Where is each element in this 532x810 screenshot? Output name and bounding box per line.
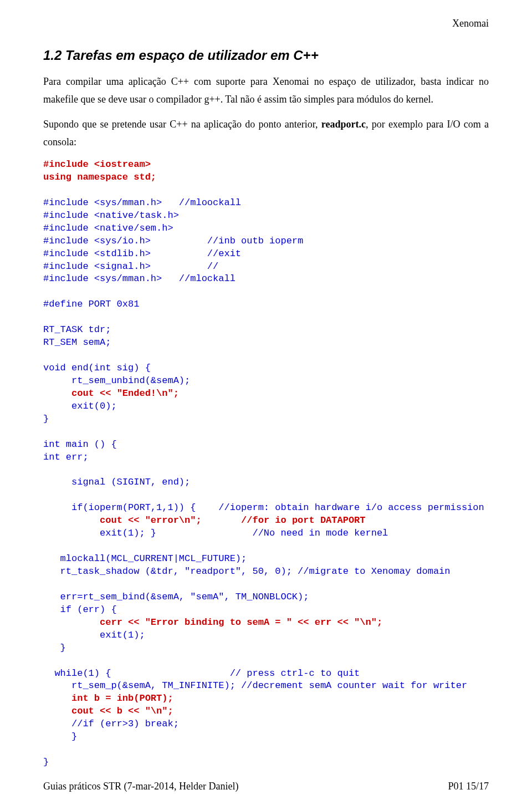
code-line: exit(0); bbox=[43, 401, 117, 411]
code-line: #include <native/task.h> bbox=[43, 210, 179, 221]
code-line: int err; bbox=[43, 452, 89, 462]
footer-left: Guias práticos STR (7-mar-2014, Helder D… bbox=[43, 781, 239, 792]
code-line: RT_TASK tdr; bbox=[43, 324, 111, 335]
code-line: } bbox=[43, 414, 49, 424]
code-line: } bbox=[43, 757, 49, 767]
code-line: cout << "error\n"; //for io port DATAPOR… bbox=[43, 515, 366, 526]
code-line: #include <sys/mman.h> //mloockall bbox=[43, 197, 241, 208]
code-line: exit(1); bbox=[43, 630, 145, 640]
running-header: Xenomai bbox=[452, 18, 489, 29]
code-line: err=rt_sem_bind(&semA, "semA", TM_NONBLO… bbox=[43, 592, 309, 602]
code-block: #include <iostream> using namespace std;… bbox=[43, 159, 489, 769]
para2-part1: Supondo que se pretende usar C++ na apli… bbox=[43, 119, 321, 130]
code-line: #include <signal.h> // bbox=[43, 261, 218, 272]
code-line: #include <iostream> bbox=[43, 159, 151, 170]
code-line: while(1) { // press ctrl-c to quit bbox=[43, 668, 360, 679]
code-line: } bbox=[43, 731, 77, 742]
para2-filename: readport.c bbox=[321, 119, 366, 130]
paragraph-1: Para compilar uma aplicação C++ com supo… bbox=[43, 73, 489, 108]
code-line: exit(1); } //No need in mode kernel bbox=[43, 528, 388, 538]
code-line: rt_task_shadow (&tdr, "readport", 50, 0)… bbox=[43, 566, 451, 577]
code-line: #include <sys/mman.h> //mlockall bbox=[43, 273, 236, 284]
code-line: rt_sem_unbind(&semA); bbox=[43, 375, 190, 386]
code-line: mlockall(MCL_CURRENT|MCL_FUTURE); bbox=[43, 553, 247, 564]
code-line: #include <native/sem.h> bbox=[43, 223, 173, 233]
code-line: if(ioperm(PORT,1,1)) { //ioperm: obtain … bbox=[43, 502, 484, 513]
page-footer: Guias práticos STR (7-mar-2014, Helder D… bbox=[43, 781, 489, 792]
code-line: if (err) { bbox=[43, 604, 117, 615]
code-line: cout << b << "\n"; bbox=[43, 706, 173, 716]
code-line: int main () { bbox=[43, 439, 117, 450]
code-line: using namespace std; bbox=[43, 172, 156, 182]
page: Xenomai 1.2 Tarefas em espaço de utiliza… bbox=[0, 0, 532, 810]
code-line: #include <stdlib.h> //exit bbox=[43, 248, 241, 259]
code-line: cout << "Ended!\n"; bbox=[43, 388, 179, 399]
section-heading: 1.2 Tarefas em espaço de utilizador em C… bbox=[43, 48, 489, 63]
code-line: } bbox=[43, 643, 66, 653]
code-line: #include <sys/io.h> //inb outb ioperm bbox=[43, 236, 303, 246]
code-line: signal (SIGINT, end); bbox=[43, 477, 190, 487]
code-line: RT_SEM semA; bbox=[43, 337, 111, 348]
code-line: int b = inb(PORT); bbox=[43, 693, 173, 704]
code-line: rt_sem_p(&semA, TM_INFINITE); //decremen… bbox=[43, 680, 467, 691]
paragraph-2: Supondo que se pretende usar C++ na apli… bbox=[43, 116, 489, 151]
code-line: //if (err>3) break; bbox=[43, 719, 179, 729]
code-line: void end(int sig) { bbox=[43, 363, 151, 373]
code-line: #define PORT 0x81 bbox=[43, 299, 139, 309]
code-line: cerr << "Error binding to semA = " << er… bbox=[43, 617, 382, 628]
footer-right: P01 15/17 bbox=[448, 781, 489, 792]
